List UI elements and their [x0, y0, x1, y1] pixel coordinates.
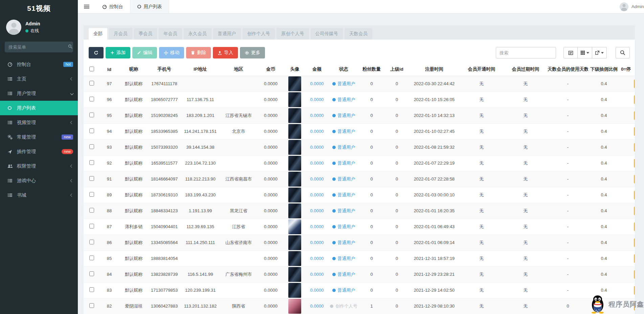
sidebar-item-游戏中心[interactable]: 游戏中心: [0, 173, 78, 188]
row-checkbox[interactable]: [89, 128, 94, 133]
cell-vip-end: 无: [504, 107, 548, 123]
edit-button[interactable]: 编辑: [132, 47, 157, 58]
import-button[interactable]: 导入: [213, 47, 238, 58]
user-avatar-image[interactable]: [288, 108, 301, 123]
row-checkbox[interactable]: [89, 271, 94, 276]
filter-tab-天数会员[interactable]: 天数会员: [345, 28, 372, 40]
table-row: 93默认昵称1507339332039.144.154.380.00000.00…: [84, 139, 635, 155]
row-checkbox[interactable]: [89, 113, 94, 117]
filter-tab-年会员[interactable]: 年会员: [159, 28, 182, 40]
user-avatar-image[interactable]: [288, 92, 301, 107]
row-checkbox[interactable]: [89, 256, 94, 260]
status-toggle[interactable]: [634, 95, 635, 104]
cell-amount-link[interactable]: 0.0000: [310, 161, 324, 166]
cell-amount-link[interactable]: 0.0000: [310, 81, 324, 86]
user-avatar-image[interactable]: [288, 235, 301, 250]
user-avatar-image[interactable]: [288, 76, 301, 91]
sidebar-search-input[interactable]: [8, 45, 68, 50]
admin-avatar[interactable]: [620, 2, 628, 11]
cell-amount-link[interactable]: 0.0000: [310, 256, 324, 261]
status-toggle[interactable]: [634, 222, 635, 231]
user-avatar-image[interactable]: [288, 251, 301, 266]
row-checkbox[interactable]: [89, 192, 94, 197]
cell-amount-link[interactable]: 0.0000: [310, 129, 324, 134]
row-checkbox[interactable]: [89, 160, 94, 165]
row-checkbox[interactable]: [89, 97, 94, 101]
user-avatar-image[interactable]: [288, 140, 301, 155]
status-toggle[interactable]: [634, 127, 635, 136]
sidebar-item-书城[interactable]: 书城: [0, 188, 78, 202]
status-toggle[interactable]: [634, 238, 635, 247]
move-button[interactable]: 移动: [159, 47, 184, 58]
cell-amount-link[interactable]: 0.0000: [310, 288, 324, 293]
hamburger-menu-icon[interactable]: [78, 0, 95, 13]
filter-tab-公司传媒号[interactable]: 公司传媒号: [311, 28, 343, 40]
filter-tab-全部[interactable]: 全部: [89, 28, 107, 40]
cell-amount-link[interactable]: 0.0000: [310, 224, 324, 229]
cell-amount-link[interactable]: 0.0000: [310, 145, 324, 150]
user-avatar-image[interactable]: [288, 267, 301, 282]
filter-tab-永久会员[interactable]: 永久会员: [184, 28, 212, 40]
status-toggle[interactable]: [634, 254, 635, 263]
row-checkbox[interactable]: [89, 240, 94, 244]
row-checkbox[interactable]: [89, 144, 94, 149]
sidebar-item-用户列表[interactable]: 用户列表: [0, 101, 78, 115]
filter-tab-季会员[interactable]: 季会员: [134, 28, 157, 40]
topbar-tab-console[interactable]: 控制台: [95, 0, 130, 13]
status-toggle[interactable]: [634, 207, 635, 215]
status-toggle[interactable]: [634, 143, 635, 152]
row-checkbox[interactable]: [89, 81, 94, 86]
sidebar-item-用户管理[interactable]: 用户管理: [0, 86, 78, 101]
table-search-input[interactable]: [496, 47, 556, 58]
row-checkbox[interactable]: [89, 224, 94, 228]
status-toggle[interactable]: [634, 175, 635, 184]
grid-view-button[interactable]: [578, 47, 592, 58]
user-avatar-image[interactable]: [288, 124, 301, 139]
cell-amount-link[interactable]: 0.0000: [310, 176, 324, 182]
detail-view-button[interactable]: [563, 47, 578, 58]
row-checkbox[interactable]: [89, 208, 94, 213]
status-toggle[interactable]: [634, 111, 635, 120]
status-toggle[interactable]: [634, 79, 635, 88]
filter-tab-strip: 全部月会员季会员年会员永久会员普通用户创作个人号原创个人号公司传媒号天数会员: [84, 25, 635, 40]
filter-tab-创作个人号[interactable]: 创作个人号: [243, 28, 275, 40]
select-all-checkbox[interactable]: [89, 67, 94, 71]
row-checkbox[interactable]: [89, 303, 94, 308]
user-avatar-image[interactable]: [288, 156, 301, 171]
user-avatar-image[interactable]: [288, 188, 301, 202]
status-toggle[interactable]: [634, 270, 635, 279]
more-button[interactable]: 更多: [240, 47, 265, 58]
delete-button[interactable]: 删除: [186, 47, 211, 58]
filter-tab-普通用户[interactable]: 普通用户: [213, 28, 241, 40]
sidebar-item-视频管理[interactable]: 视频管理: [0, 115, 78, 130]
status-toggle[interactable]: [634, 286, 635, 295]
user-avatar-image[interactable]: [288, 219, 301, 234]
cell-amount-link[interactable]: 0.0000: [310, 240, 324, 245]
cell-amount-link[interactable]: 0.0000: [310, 208, 324, 213]
user-avatar-image[interactable]: [288, 172, 301, 187]
row-checkbox[interactable]: [89, 176, 94, 181]
cell-amount-link[interactable]: 0.0000: [310, 192, 324, 197]
sidebar-item-主页[interactable]: 主页: [0, 72, 78, 86]
user-avatar-image[interactable]: [288, 299, 301, 314]
row-checkbox[interactable]: [89, 287, 94, 292]
filter-tab-月会员[interactable]: 月会员: [109, 28, 132, 40]
user-avatar-image[interactable]: [288, 203, 301, 218]
cell-amount-link[interactable]: 0.0000: [310, 97, 324, 102]
sidebar-item-权限管理[interactable]: 权限管理: [0, 159, 78, 173]
sidebar-item-常规管理[interactable]: 常规管理new: [0, 130, 78, 144]
status-toggle[interactable]: [634, 159, 635, 168]
refresh-button[interactable]: [89, 47, 104, 58]
add-button[interactable]: 添加: [106, 47, 130, 58]
sidebar-item-插件管理[interactable]: 插件管理new: [0, 144, 78, 159]
search-button[interactable]: [616, 47, 630, 58]
cell-amount-link[interactable]: 0.0000: [310, 272, 324, 277]
cell-amount-link[interactable]: 0.0000: [310, 113, 324, 118]
export-button[interactable]: [592, 47, 607, 58]
user-avatar-image[interactable]: [288, 283, 301, 298]
status-toggle[interactable]: [634, 191, 635, 199]
topbar-tab-userlist[interactable]: 用户列表: [130, 0, 169, 13]
sidebar-item-控制台[interactable]: 控制台hot: [0, 57, 78, 72]
cell-amount-link[interactable]: 0.0000: [310, 304, 324, 309]
filter-tab-原创个人号[interactable]: 原创个人号: [276, 28, 309, 40]
